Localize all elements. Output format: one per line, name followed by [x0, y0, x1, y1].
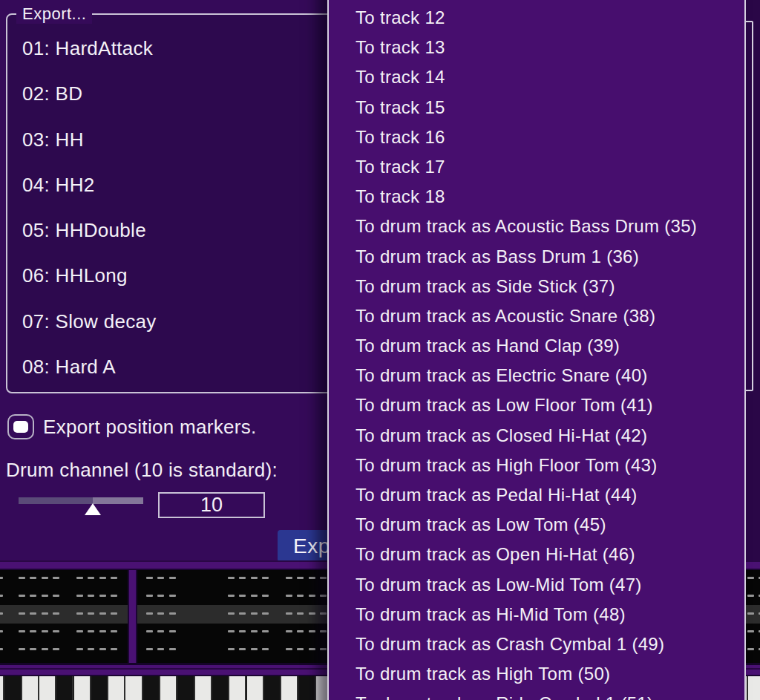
- piano-black-key[interactable]: [56, 676, 73, 700]
- menu-item[interactable]: To drum track as Low Tom (45): [329, 510, 744, 540]
- menu-item[interactable]: To drum track as Pedal Hi-Hat (44): [329, 480, 744, 510]
- pattern-note-dash: [0, 577, 3, 579]
- menu-item[interactable]: To drum track as Acoustic Bass Drum (35): [329, 212, 744, 241]
- pattern-note-dash: [251, 595, 258, 597]
- pattern-note-dash: [88, 612, 94, 615]
- menu-item[interactable]: To drum track as Closed Hi-Hat (42): [329, 421, 744, 451]
- menu-item[interactable]: To drum track as Hand Clap (39): [329, 331, 744, 361]
- pattern-note-dash: [53, 595, 59, 597]
- pattern-note-dash: [169, 648, 176, 650]
- menu-item[interactable]: To track 16: [329, 122, 744, 152]
- scrollbar-thumb[interactable]: [744, 21, 753, 391]
- piano-white-key[interactable]: [229, 676, 246, 700]
- pattern-note-dash: [297, 630, 304, 632]
- slider-thumb-icon[interactable]: [85, 503, 101, 515]
- pattern-note-dash: [309, 577, 315, 579]
- menu-item-list: To track 12To track 13To track 14To trac…: [329, 3, 744, 700]
- pattern-note-dash: [228, 612, 235, 615]
- piano-white-key[interactable]: [39, 676, 56, 700]
- pattern-note-dash: [42, 595, 48, 597]
- drum-channel-value-input[interactable]: 10: [158, 492, 265, 518]
- piano-white-key[interactable]: [281, 676, 298, 700]
- piano-white-key[interactable]: [247, 676, 264, 700]
- pattern-note-dash: [251, 648, 258, 650]
- piano-black-key[interactable]: [177, 676, 194, 700]
- pattern-note-dash: [111, 648, 117, 650]
- drum-channel-label: Drum channel (10 is standard):: [6, 459, 278, 482]
- piano-white-key[interactable]: [74, 676, 91, 700]
- piano-white-key[interactable]: [108, 676, 125, 700]
- piano-black-key[interactable]: [4, 676, 22, 700]
- export-group-legend: Export...: [16, 4, 92, 24]
- piano-black-key[interactable]: [212, 676, 229, 700]
- pattern-note-dash: [169, 612, 176, 615]
- pattern-note-dash: [157, 595, 164, 597]
- pattern-note-dash: [309, 612, 315, 615]
- sample-list-item[interactable]: 08: Hard A: [22, 356, 325, 401]
- drum-channel-slider[interactable]: [19, 491, 143, 517]
- pattern-note-dash: [76, 577, 83, 579]
- pattern-note-dash: [111, 577, 117, 579]
- piano-white-key[interactable]: [748, 676, 760, 700]
- sample-list-item[interactable]: 01: HardAttack: [22, 37, 325, 82]
- sample-list-item[interactable]: 04: HH2: [22, 174, 325, 219]
- piano-white-key[interactable]: [22, 676, 39, 700]
- pattern-note-dash: [99, 577, 106, 579]
- piano-black-key[interactable]: [298, 676, 315, 700]
- pattern-note-dash: [309, 630, 315, 632]
- pattern-note-dash: [88, 577, 94, 579]
- pattern-note-dash: [286, 577, 292, 579]
- sample-list-item[interactable]: 06: HHLong: [22, 264, 325, 310]
- piano-black-key[interactable]: [143, 676, 160, 700]
- pattern-note-dash: [251, 630, 258, 632]
- slider-track-filled: [19, 497, 93, 504]
- menu-item[interactable]: To drum track as Ride Cymbal 1 (51): [329, 689, 744, 700]
- menu-item[interactable]: To track 17: [329, 152, 744, 182]
- pattern-note-dash: [262, 630, 269, 632]
- pattern-note-dash: [320, 577, 327, 579]
- export-destination-menu: To track 12To track 13To track 14To trac…: [327, 0, 746, 700]
- pattern-note-dash: [309, 595, 315, 597]
- menu-item[interactable]: To track 13: [329, 33, 744, 62]
- pattern-note-dash: [169, 577, 176, 579]
- menu-item[interactable]: To track 15: [329, 93, 744, 122]
- sample-list-item[interactable]: 03: HH: [22, 128, 325, 174]
- pattern-note-dash: [157, 648, 164, 650]
- menu-item[interactable]: To drum track as Acoustic Snare (38): [329, 301, 744, 331]
- piano-white-key[interactable]: [125, 676, 142, 700]
- pattern-note-dash: [157, 612, 164, 615]
- menu-item[interactable]: To drum track as Bass Drum 1 (36): [329, 242, 744, 272]
- pattern-note-dash: [99, 595, 106, 597]
- piano-white-key[interactable]: [160, 676, 177, 700]
- menu-item[interactable]: To track 12: [329, 3, 744, 33]
- piano-white-key[interactable]: [195, 676, 212, 700]
- menu-item[interactable]: To drum track as Hi-Mid Tom (48): [329, 600, 744, 629]
- pattern-note-dash: [747, 612, 754, 615]
- menu-item[interactable]: To drum track as Side Stick (37): [329, 272, 744, 301]
- menu-item[interactable]: To drum track as High Tom (50): [329, 659, 744, 689]
- pattern-note-dash: [30, 577, 36, 579]
- pattern-note-dash: [88, 595, 94, 597]
- pattern-note-dash: [239, 595, 246, 597]
- pattern-note-dash: [19, 577, 25, 579]
- piano-black-key[interactable]: [264, 676, 281, 700]
- menu-item[interactable]: To drum track as Crash Cymbal 1 (49): [329, 629, 744, 659]
- menu-item[interactable]: To drum track as Low Floor Tom (41): [329, 390, 744, 420]
- sample-list-item[interactable]: 07: Slow decay: [22, 310, 325, 356]
- pattern-note-dash: [53, 612, 59, 615]
- menu-item[interactable]: To drum track as High Floor Tom (43): [329, 451, 744, 480]
- menu-item[interactable]: To track 14: [329, 62, 744, 92]
- pattern-note-dash: [76, 648, 83, 650]
- pattern-note-dash: [42, 648, 48, 650]
- sample-list-item[interactable]: 02: BD: [22, 82, 325, 128]
- export-position-markers-checkbox[interactable]: [7, 414, 34, 439]
- menu-item[interactable]: To drum track as Open Hi-Hat (46): [329, 540, 744, 569]
- pattern-note-dash: [42, 630, 48, 632]
- piano-black-key[interactable]: [91, 676, 108, 700]
- checkbox-checked-icon: [13, 421, 28, 433]
- menu-item[interactable]: To drum track as Low-Mid Tom (47): [329, 570, 744, 600]
- menu-item[interactable]: To track 18: [329, 182, 744, 212]
- pattern-note-dash: [53, 577, 59, 579]
- menu-item[interactable]: To drum track as Electric Snare (40): [329, 361, 744, 390]
- sample-list-item[interactable]: 05: HHDouble: [22, 219, 325, 264]
